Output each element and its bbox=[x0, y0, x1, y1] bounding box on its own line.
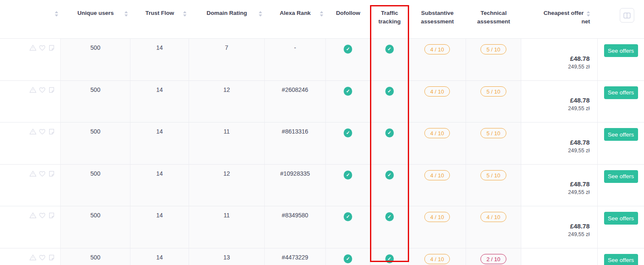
header-label: Substantive assessment bbox=[413, 9, 462, 26]
unique-users-cell: 500 bbox=[61, 206, 130, 248]
note-icon[interactable] bbox=[48, 212, 55, 219]
trust-flow-cell: 14 bbox=[130, 165, 189, 206]
alert-triangle-icon bbox=[29, 44, 37, 51]
sort-icon[interactable] bbox=[320, 11, 323, 17]
sort-icon[interactable] bbox=[55, 11, 58, 17]
header-dofollow: Dofollow bbox=[326, 0, 370, 38]
header-alexa-rank[interactable]: Alexa Rank bbox=[265, 0, 326, 38]
offer-action-cell: See offers bbox=[598, 81, 644, 123]
header-substantive-assessment: Substantive assessment bbox=[409, 0, 466, 38]
unique-users-value: 500 bbox=[90, 128, 100, 135]
domain-rating-value: 12 bbox=[223, 170, 230, 177]
header-label: Technical assessment bbox=[470, 9, 517, 26]
substantive-assessment-cell: 4 / 10 bbox=[409, 123, 466, 164]
header-label: Trust Flow bbox=[145, 9, 174, 17]
see-offers-button[interactable]: See offers bbox=[604, 86, 638, 99]
heart-icon[interactable] bbox=[39, 86, 46, 94]
header-sublabel: net bbox=[582, 17, 590, 26]
alexa-rank-cell: #8613316 bbox=[265, 123, 326, 164]
header-label: Alexa Rank bbox=[280, 9, 311, 17]
see-offers-button[interactable]: See offers bbox=[604, 44, 638, 57]
cheapest-offer-cell: £48.78 249,55 zł bbox=[521, 39, 598, 80]
table-row: 500 14 7 - ✓ ✓ 4 / 10 5 / 10 bbox=[0, 38, 644, 80]
domain-rating-cell: 11 bbox=[189, 206, 265, 248]
technical-score-badge: 2 / 10 bbox=[480, 254, 506, 264]
header-label: Traffic tracking bbox=[373, 9, 406, 26]
traffic-tracking-cell: ✓ bbox=[370, 248, 409, 265]
offer-action-cell: See offers bbox=[598, 206, 644, 248]
note-icon[interactable] bbox=[48, 86, 55, 94]
check-circle-icon: ✓ bbox=[344, 212, 352, 221]
check-circle-icon: ✓ bbox=[344, 171, 352, 180]
alexa-rank-cell: #8349580 bbox=[265, 206, 326, 248]
technical-assessment-cell: 5 / 10 bbox=[466, 165, 521, 206]
domain-rating-cell: 11 bbox=[189, 123, 265, 164]
alexa-rank-value: #8349580 bbox=[282, 212, 308, 219]
offer-action-cell: See offers bbox=[598, 39, 644, 80]
see-offers-button[interactable]: See offers bbox=[604, 254, 638, 265]
unique-users-cell: 500 bbox=[61, 165, 130, 206]
domain-rating-value: 11 bbox=[223, 212, 230, 219]
trust-flow-value: 14 bbox=[156, 170, 163, 177]
heart-icon[interactable] bbox=[39, 128, 46, 135]
header-trust-flow[interactable]: Trust Flow bbox=[130, 0, 189, 38]
technical-score-badge: 5 / 10 bbox=[480, 128, 506, 138]
offer-action-cell: See offers bbox=[598, 248, 644, 265]
unique-users-cell: 500 bbox=[61, 81, 130, 123]
technical-assessment-cell: 5 / 10 bbox=[466, 123, 521, 164]
see-offers-button[interactable]: See offers bbox=[604, 170, 638, 183]
unique-users-value: 500 bbox=[90, 254, 100, 261]
heart-icon[interactable] bbox=[39, 170, 46, 177]
price-pln: 249,55 zł bbox=[568, 105, 590, 111]
trust-flow-value: 14 bbox=[156, 44, 163, 51]
header-domain-rating[interactable]: Domain Rating bbox=[189, 0, 265, 38]
column-settings-button[interactable] bbox=[620, 8, 634, 23]
row-actions-cell bbox=[0, 165, 61, 206]
see-offers-button[interactable]: See offers bbox=[604, 212, 638, 225]
heart-icon[interactable] bbox=[39, 212, 46, 219]
substantive-score-badge: 4 / 10 bbox=[424, 128, 450, 138]
sort-icon[interactable] bbox=[124, 11, 128, 17]
domain-rating-cell: 13 bbox=[189, 248, 265, 265]
domain-rating-value: 12 bbox=[223, 86, 230, 93]
see-offers-button[interactable]: See offers bbox=[604, 128, 638, 141]
domain-rating-cell: 12 bbox=[189, 81, 265, 123]
note-icon[interactable] bbox=[48, 44, 55, 51]
offer-action-cell: See offers bbox=[598, 165, 644, 206]
header-unique-users[interactable]: Unique users bbox=[61, 0, 130, 38]
sort-icon[interactable] bbox=[587, 11, 590, 17]
substantive-assessment-cell: 4 / 10 bbox=[409, 81, 466, 123]
note-icon[interactable] bbox=[48, 254, 55, 261]
note-icon[interactable] bbox=[48, 128, 55, 135]
dofollow-cell: ✓ bbox=[326, 248, 370, 265]
heart-icon[interactable] bbox=[39, 44, 46, 51]
price-pln: 249,55 zł bbox=[568, 189, 590, 195]
row-actions-cell bbox=[0, 248, 61, 265]
trust-flow-value: 14 bbox=[156, 254, 163, 261]
header-label: Dofollow bbox=[336, 9, 360, 17]
sort-icon[interactable] bbox=[259, 11, 262, 17]
alexa-rank-value: #2608246 bbox=[282, 86, 308, 93]
table-row: 500 14 13 #4473229 ✓ ✓ 4 / 10 2 / 10 bbox=[0, 248, 644, 265]
table-row: 500 14 12 #2608246 ✓ ✓ 4 / 10 5 / 10 bbox=[0, 80, 644, 123]
trust-flow-cell: 14 bbox=[130, 39, 189, 80]
traffic-tracking-cell: ✓ bbox=[370, 165, 409, 206]
offers-table-page: Unique users Trust Flow Domain Rating Al… bbox=[0, 0, 644, 265]
header-cheapest-offer[interactable]: Cheapest offer net bbox=[521, 0, 598, 38]
domain-rating-value: 13 bbox=[223, 254, 230, 261]
domain-rating-cell: 12 bbox=[189, 165, 265, 206]
substantive-assessment-cell: 4 / 10 bbox=[409, 165, 466, 206]
dofollow-cell: ✓ bbox=[326, 206, 370, 248]
substantive-score-badge: 4 / 10 bbox=[424, 86, 450, 97]
heart-icon[interactable] bbox=[39, 254, 46, 261]
substantive-score-badge: 4 / 10 bbox=[424, 44, 450, 54]
dofollow-cell: ✓ bbox=[326, 39, 370, 80]
note-icon[interactable] bbox=[48, 170, 55, 177]
technical-score-badge: 5 / 10 bbox=[480, 170, 506, 180]
check-circle-icon: ✓ bbox=[385, 171, 394, 180]
check-circle-icon: ✓ bbox=[344, 254, 352, 263]
alert-triangle-icon bbox=[29, 170, 37, 177]
unique-users-value: 500 bbox=[90, 212, 100, 219]
cheapest-offer-cell: £48.78 249,55 zł bbox=[521, 123, 598, 164]
sort-icon[interactable] bbox=[183, 11, 186, 17]
